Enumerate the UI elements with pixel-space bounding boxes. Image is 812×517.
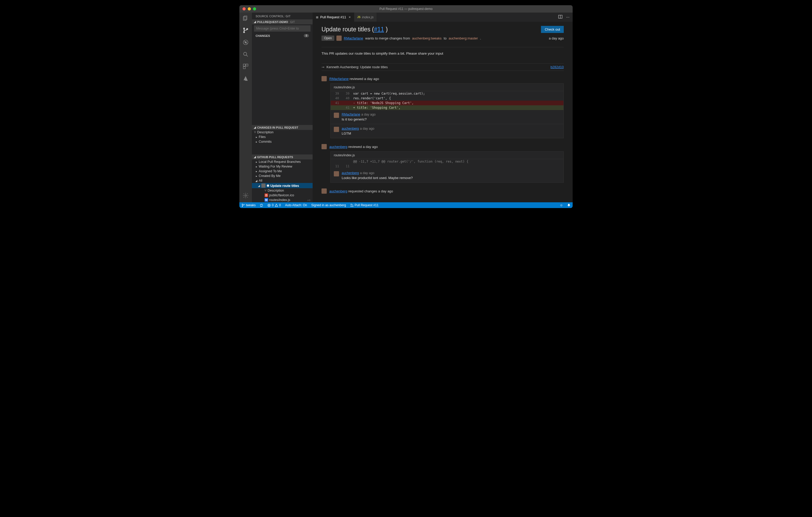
svg-point-7 (243, 52, 247, 55)
github-pr-panel[interactable]: ◢GITHUB PULL REQUESTS (252, 154, 313, 159)
status-bar: tweaks 00 Auto Attach: On Signed in as a… (239, 202, 573, 208)
pr-time: a day ago (549, 36, 564, 40)
svg-point-18 (351, 204, 351, 204)
diff-line: 3939var cart = new Cart(req.session.cart… (331, 91, 563, 96)
sb-feedback-icon[interactable]: ☺ (558, 203, 565, 207)
comment-author-link[interactable]: auchenberg (342, 171, 359, 175)
pr-description-item[interactable]: ⑂Description (252, 130, 313, 134)
avatar (334, 113, 339, 118)
comment-author-link[interactable]: auchenberg (342, 127, 359, 130)
branch-to: auchenberg:master (448, 36, 478, 40)
gh-waiting[interactable]: ▸Waiting For My Review (252, 164, 313, 169)
svg-point-20 (352, 206, 353, 207)
close-window[interactable] (242, 7, 245, 10)
avatar (321, 144, 327, 149)
gh-sub-favicon[interactable]: Dpublic/favicon.ico (252, 193, 313, 197)
explorer-icon[interactable] (242, 14, 249, 22)
debug-icon[interactable] (242, 39, 249, 46)
sb-auto-attach[interactable]: Auto Attach: On (283, 202, 309, 208)
sidebar: SOURCE CONTROL: GIT ◢PULLREQUEST-DEMOGIT… (252, 12, 313, 202)
review-event-1: RMacfarlane reviewed a day ago (321, 76, 564, 81)
avatar (337, 35, 342, 41)
gh-local[interactable]: ▸Local Pull Request Branches (252, 159, 313, 164)
review-comment: auchenberga day agoLGTM (331, 124, 563, 138)
extensions-icon[interactable] (242, 63, 249, 70)
pr-state-badge: Open (321, 35, 334, 41)
review-file: routes/index.js (331, 152, 563, 159)
svg-point-3 (243, 32, 244, 33)
review-file: routes/index.js (331, 84, 563, 91)
gh-assigned[interactable]: ▸Assigned To Me (252, 169, 313, 174)
js-icon: JS (357, 16, 360, 19)
review-event-2: auchenberg reviewed a day ago (321, 144, 564, 149)
sb-problems[interactable]: 00 (265, 202, 283, 208)
branch-from: auchenberg:tweaks (412, 36, 442, 40)
tab-bar: ≣Pull Request #11× JSindex.js ⋯ (313, 12, 573, 22)
review-comment: RMacfarlanea day agoIs it too generic? (331, 110, 563, 124)
review-box-2: routes/index.js @@ -11,7 +11,7 @@ router… (330, 151, 564, 183)
sidebar-title: SOURCE CONTROL: GIT (252, 12, 313, 19)
vscode-window: Pull Request #11 — pullrequest-demo SOUR… (239, 5, 573, 208)
svg-point-4 (247, 29, 248, 30)
source-control-icon[interactable] (242, 27, 249, 34)
avatar (321, 188, 327, 194)
avatar-icon (261, 183, 265, 188)
azure-icon[interactable] (242, 75, 249, 82)
traffic-lights (239, 7, 256, 10)
svg-rect-10 (243, 67, 245, 69)
tab-pull-request[interactable]: ≣Pull Request #11× (313, 12, 354, 22)
commit-message-input[interactable] (254, 25, 311, 32)
svg-point-15 (242, 206, 242, 207)
timeline: RMacfarlane reviewed a day ago routes/in… (321, 76, 564, 194)
search-icon[interactable] (242, 51, 249, 58)
pr-commits-item[interactable]: ▸Commits (252, 139, 313, 144)
more-icon[interactable]: ⋯ (566, 15, 570, 19)
comment-author-link[interactable]: RMacfarlane (342, 113, 360, 116)
pr-content: Update route titles (#11 ) Check out Ope… (313, 22, 573, 202)
gh-sub-routes[interactable]: Mroutes/index.js♪♫ (252, 197, 313, 202)
sb-bell-icon[interactable] (565, 203, 573, 207)
pr-title: Update route titles (#11 ) (321, 26, 388, 33)
pr-files-item[interactable]: ▸Files (252, 134, 313, 139)
tab-indexjs[interactable]: JSindex.js (354, 12, 377, 22)
diff-line-add: 41+ title: 'Shopping Cart', (331, 105, 563, 110)
sb-branch[interactable]: tweaks (239, 202, 258, 208)
pr-changes-panel[interactable]: ◢CHANGES IN PULL REQUEST (252, 125, 313, 130)
svg-point-14 (242, 204, 242, 204)
maximize-window[interactable] (253, 7, 256, 10)
svg-point-11 (245, 195, 246, 196)
sb-pr[interactable]: Pull Request #11 (348, 202, 381, 208)
activity-bar (239, 12, 252, 202)
diff-line: 1111 (331, 164, 563, 169)
settings-gear-icon[interactable] (242, 192, 249, 199)
window-body: SOURCE CONTROL: GIT ◢PULLREQUEST-DEMOGIT… (239, 12, 573, 202)
music-icon: ♪♫ (308, 199, 311, 202)
avatar (334, 127, 339, 132)
avatar (334, 171, 339, 176)
changes-header[interactable]: CHANGES0 (252, 33, 313, 39)
reviewer-link[interactable]: auchenberg (329, 145, 347, 149)
pr-number-link[interactable]: #11 (374, 26, 384, 33)
review-comment: auchenberga day agoLooks like productId … (331, 169, 563, 182)
reviewer-link[interactable]: auchenberg (329, 189, 347, 193)
commit-sha-link[interactable]: b282d10 (550, 65, 564, 69)
gh-sub-desc[interactable]: ⑂Description (252, 188, 313, 193)
pr-author-link[interactable]: RMacfarlane (344, 36, 363, 40)
window-title: Pull Request #11 — pullrequest-demo (239, 7, 573, 11)
sb-signed-in[interactable]: Signed in as auchenberg (309, 202, 348, 208)
svg-rect-1 (243, 17, 246, 20)
reviewer-link[interactable]: RMacfarlane (329, 77, 349, 81)
gh-pr-selected[interactable]: ◢✱ Update route titles (252, 183, 313, 188)
repo-header[interactable]: ◢PULLREQUEST-DEMOGIT (252, 19, 313, 24)
sb-sync[interactable] (258, 202, 265, 208)
close-tab-icon[interactable]: × (349, 15, 351, 19)
split-editor-icon[interactable] (558, 14, 562, 20)
commit-icon: ⊸ (321, 65, 324, 69)
gh-all[interactable]: ◢All (252, 178, 313, 183)
svg-rect-8 (243, 64, 245, 66)
modified-badge: M (264, 198, 268, 202)
minimize-window[interactable] (248, 7, 251, 10)
avatar (321, 76, 327, 81)
gh-created[interactable]: ▸Created By Me (252, 174, 313, 178)
checkout-button[interactable]: Check out (541, 26, 564, 33)
